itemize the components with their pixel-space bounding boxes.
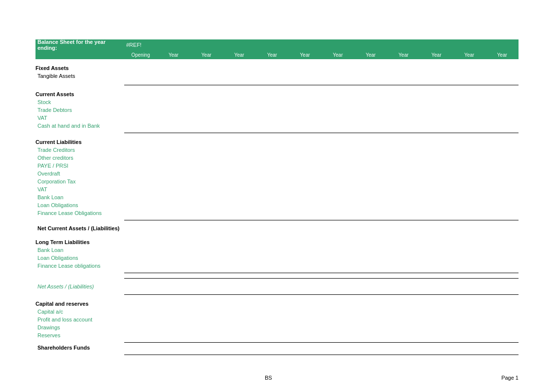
header-ref: #REF!: [126, 42, 166, 48]
bank-loan-cl-label: Bank Loan: [35, 194, 124, 200]
overdraft-label: Overdraft: [35, 171, 124, 177]
capital-header: Capital and reserves: [35, 300, 519, 308]
current-liabilities-divider: [35, 218, 519, 220]
list-item: Profit and loss account: [35, 316, 519, 323]
col-year-3: Year: [223, 52, 256, 58]
header-row: Balance Sheet for the year ending: #REF!: [35, 39, 519, 50]
list-item: Loan Obligations: [35, 254, 519, 262]
corporation-tax-label: Corporation Tax: [35, 178, 124, 184]
col-opening: Opening: [124, 52, 157, 58]
footer: BS Page 1: [0, 375, 554, 381]
list-item: VAT: [35, 185, 519, 193]
other-creditors-label: Other creditors: [35, 155, 124, 161]
net-assets-divider: [35, 292, 519, 295]
shareholders-divider: [35, 353, 519, 355]
list-item: Overdraft: [35, 170, 519, 178]
paye-prsi-label: PAYE / PRSI: [35, 163, 124, 169]
long-term-divider2: [35, 276, 519, 279]
finance-lease-lt-label: Finance Lease obligations: [35, 263, 124, 269]
col-headers: Opening Year Year Year Year Year Year Ye…: [35, 50, 519, 59]
current-assets-header: Current Assets: [35, 90, 519, 98]
net-assets-row: Net Assets / (Liabilities): [35, 282, 519, 291]
vat-cl-label: VAT: [35, 186, 124, 192]
list-item: Finance Lease obligations: [35, 262, 519, 270]
sheet-container: Balance Sheet for the year ending: #REF!…: [35, 39, 519, 355]
col-year-4: Year: [256, 52, 289, 58]
net-current-row: Net Current Assets / (Liabilities): [35, 223, 519, 233]
cash-label: Cash at hand and in Bank: [35, 123, 124, 129]
tangible-assets-data: [124, 72, 519, 80]
drawings-label: Drawings: [35, 324, 124, 330]
pnl-label: Profit and loss account: [35, 317, 124, 322]
finance-lease-cl-label: Finance Lease Obligations: [35, 210, 124, 216]
page: Balance Sheet for the year ending: #REF!…: [0, 0, 554, 392]
col-year-9: Year: [420, 52, 453, 58]
col-year-7: Year: [354, 52, 387, 58]
fixed-assets-header: Fixed Assets: [35, 64, 519, 72]
loan-obligations-cl-label: Loan Obligations: [35, 202, 124, 208]
tangible-assets-label: Tangible Assets: [35, 73, 124, 79]
capital-ac-label: Capital a/c: [35, 309, 124, 315]
trade-creditors-label: Trade Creditors: [35, 147, 124, 153]
col-year-6: Year: [321, 52, 354, 58]
list-item: Tangible Assets: [35, 72, 519, 80]
list-item: Reserves: [35, 331, 519, 339]
vat-ca-label: VAT: [35, 115, 124, 121]
list-item: VAT: [35, 114, 519, 122]
list-item: Bank Loan: [35, 246, 519, 254]
list-item: PAYE / PRSI: [35, 162, 519, 170]
long-term-divider: [35, 271, 519, 273]
col-year-5: Year: [288, 52, 321, 58]
list-item: Bank Loan: [35, 193, 519, 201]
reserves-label: Reserves: [35, 332, 124, 338]
list-item: Finance Lease Obligations: [35, 209, 519, 217]
list-item: Stock: [35, 98, 519, 106]
list-item: Loan Obligations: [35, 201, 519, 209]
footer-right: Page 1: [501, 375, 519, 381]
col-year-11: Year: [485, 52, 519, 58]
col-year-2: Year: [190, 52, 223, 58]
list-item: Drawings: [35, 323, 519, 331]
list-item: Other creditors: [35, 154, 519, 162]
list-item: Corporation Tax: [35, 178, 519, 185]
current-liabilities-header: Current Liabilities: [35, 138, 519, 146]
footer-center: BS: [265, 375, 272, 381]
list-item: Cash at hand and in Bank: [35, 122, 519, 130]
bank-loan-lt-label: Bank Loan: [35, 247, 124, 253]
net-current-label: Net Current Assets / (Liabilities): [35, 225, 124, 231]
list-item: Trade Debtors: [35, 106, 519, 114]
shareholders-row: Shareholders Funds: [35, 344, 519, 352]
col-year-8: Year: [387, 52, 420, 58]
current-assets-divider: [35, 131, 519, 133]
trade-debtors-label: Trade Debtors: [35, 107, 124, 113]
col-year-10: Year: [453, 52, 486, 58]
list-item: Trade Creditors: [35, 146, 519, 154]
list-item: Capital a/c: [35, 308, 519, 316]
loan-obligations-lt-label: Loan Obligations: [35, 255, 124, 261]
fixed-assets-divider: [35, 83, 519, 85]
stock-label: Stock: [35, 99, 124, 105]
capital-divider: [35, 340, 519, 343]
header-title: Balance Sheet for the year ending:: [37, 39, 126, 51]
net-assets-label: Net Assets / (Liabilities): [35, 284, 124, 289]
col-year-1: Year: [157, 52, 190, 58]
shareholders-funds-label: Shareholders Funds: [35, 345, 124, 351]
long-term-header: Long Term Liabilities: [35, 238, 519, 246]
